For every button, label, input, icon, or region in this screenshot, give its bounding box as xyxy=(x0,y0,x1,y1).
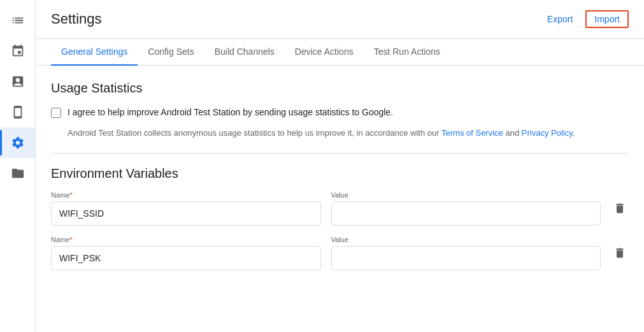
usage-statistics-section: Usage Statistics I agree to help improve… xyxy=(51,81,629,140)
terms-of-service-link[interactable]: Terms of Service xyxy=(441,128,503,138)
page-title: Settings xyxy=(51,11,102,27)
usage-statistics-label: I agree to help improve Android Test Sta… xyxy=(68,106,393,119)
period: . xyxy=(573,128,575,138)
sidebar-item-device[interactable] xyxy=(0,97,35,127)
usage-info-text: Android Test Station collects anonymous … xyxy=(68,127,629,140)
sidebar-item-tasks[interactable] xyxy=(0,5,35,36)
tab-general-settings[interactable]: General Settings xyxy=(51,39,138,66)
delete-env-row-1[interactable] xyxy=(611,244,629,262)
required-mark-1: * xyxy=(69,236,72,243)
usage-statistics-checkbox[interactable] xyxy=(51,108,61,118)
tasks-icon xyxy=(11,13,25,27)
env-name-input-0[interactable] xyxy=(51,201,321,226)
page-header: Settings Export Import xyxy=(36,0,644,39)
env-value-field-1: Value xyxy=(331,236,601,270)
env-value-field-0: Value xyxy=(331,191,601,226)
tab-test-run-actions[interactable]: Test Run Actions xyxy=(364,39,450,66)
required-mark-0: * xyxy=(69,191,72,199)
env-variables-section: Environment Variables Name* Value xyxy=(51,166,629,270)
info-text-before: Android Test Station collects anonymous … xyxy=(68,128,440,138)
env-name-field-0: Name* xyxy=(51,191,321,226)
folder-icon xyxy=(11,166,25,180)
delete-icon-1 xyxy=(613,247,626,259)
export-button[interactable]: Export xyxy=(542,10,578,28)
name-label-1: Name xyxy=(51,236,69,243)
and-text: and xyxy=(505,128,519,138)
usage-checkbox-row: I agree to help improve Android Test Sta… xyxy=(51,106,629,119)
sidebar-item-folder[interactable] xyxy=(0,158,35,189)
sidebar-item-analytics[interactable] xyxy=(0,66,35,97)
main-panel: Settings Export Import General Settings … xyxy=(36,0,644,332)
value-label-1: Value xyxy=(331,236,348,243)
calendar-icon xyxy=(11,44,25,58)
tab-device-actions[interactable]: Device Actions xyxy=(285,39,364,66)
sidebar-item-settings[interactable] xyxy=(0,127,35,158)
usage-statistics-title: Usage Statistics xyxy=(51,81,629,96)
tab-bar: General Settings Config Sets Build Chann… xyxy=(36,39,644,66)
delete-env-row-0[interactable] xyxy=(611,199,629,217)
settings-icon xyxy=(11,136,25,150)
sidebar xyxy=(0,0,36,332)
env-name-field-1: Name* xyxy=(51,236,321,270)
env-row-0: Name* Value xyxy=(51,191,629,226)
privacy-policy-link[interactable]: Privacy Policy xyxy=(522,128,573,138)
env-name-input-1[interactable] xyxy=(51,246,321,270)
env-variables-title: Environment Variables xyxy=(51,166,629,181)
env-row-1: Name* Value xyxy=(51,236,629,270)
sidebar-item-calendar[interactable] xyxy=(0,36,35,66)
delete-icon-0 xyxy=(613,202,626,215)
name-label-0: Name xyxy=(51,191,69,199)
header-actions: Export Import xyxy=(542,10,629,28)
tab-build-channels[interactable]: Build Channels xyxy=(204,39,285,66)
tab-content: Usage Statistics I agree to help improve… xyxy=(36,66,644,332)
device-icon xyxy=(11,105,25,119)
env-value-input-1[interactable] xyxy=(331,246,601,270)
analytics-icon xyxy=(11,75,25,89)
tab-config-sets[interactable]: Config Sets xyxy=(138,39,204,66)
env-value-input-0[interactable] xyxy=(331,201,601,226)
import-button[interactable]: Import xyxy=(585,10,629,28)
section-divider xyxy=(51,153,629,154)
value-label-0: Value xyxy=(331,191,348,199)
